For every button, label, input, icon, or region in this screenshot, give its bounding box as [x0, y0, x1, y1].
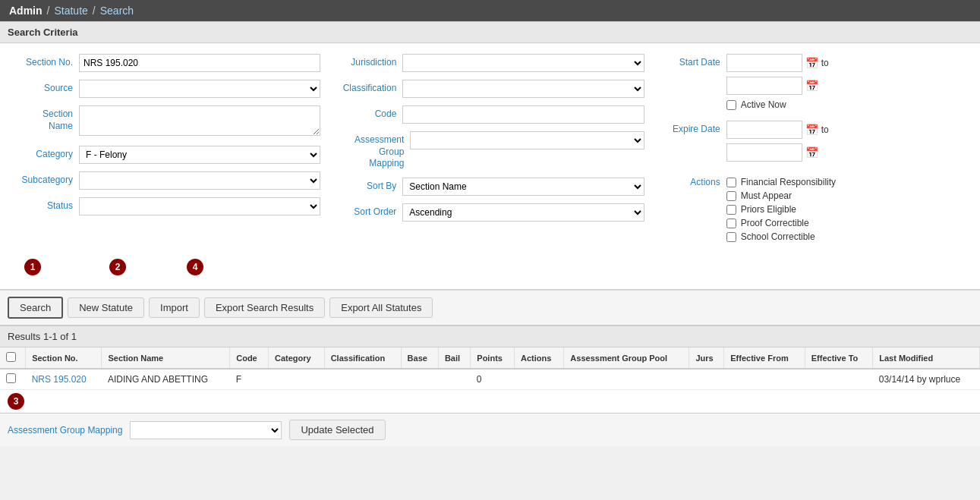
- sort-order-select[interactable]: Ascending Descending: [402, 203, 644, 222]
- sort-by-label: Sort By: [336, 178, 396, 191]
- must-appear-row: Must Appear: [726, 190, 836, 201]
- nav-admin: Admin: [9, 5, 43, 17]
- classification-select[interactable]: [402, 80, 644, 98]
- col-left: Section No. Source SectionName: [12, 54, 320, 253]
- col-header-jurs: Jurs: [689, 347, 724, 369]
- col-header-bail: Bail: [438, 347, 470, 369]
- nav-statute[interactable]: Statute: [54, 5, 87, 17]
- row-checkbox-cell: [0, 369, 26, 390]
- nav-search[interactable]: Search: [100, 5, 134, 17]
- start-date-inputs: 📅 to 📅 Active Now: [726, 54, 829, 113]
- school-correctible-checkbox[interactable]: [726, 232, 736, 242]
- section-name-textarea[interactable]: [79, 105, 320, 136]
- start-date-to-label: to: [821, 58, 829, 68]
- status-row: Status: [12, 197, 320, 215]
- import-button[interactable]: Import: [149, 297, 200, 318]
- financial-responsibility-checkbox[interactable]: [726, 178, 736, 187]
- actions-checkboxes: Financial Responsibility Must Appear Pri…: [726, 177, 836, 245]
- category-label: Category: [12, 146, 73, 159]
- table-header-row: Section No. Section Name Code Category C…: [0, 347, 980, 369]
- jurisdiction-row: Jurisdiction: [336, 54, 644, 72]
- sort-by-select[interactable]: Section Name Section No. Code Category: [402, 178, 644, 196]
- proof-correctible-row: Proof Correctible: [726, 218, 836, 228]
- toolbar: Search New Statute Import Export Search …: [0, 290, 980, 325]
- row-section-name: AIDING AND ABETTING: [102, 369, 230, 390]
- subcategory-select[interactable]: [79, 171, 320, 190]
- actions-row: Actions Financial Responsibility Must Ap…: [660, 174, 968, 245]
- source-select[interactable]: [79, 80, 320, 98]
- col-mid: Jurisdiction Classification Code: [336, 54, 644, 253]
- row-effective-to: [805, 369, 873, 390]
- new-statute-button[interactable]: New Statute: [68, 297, 144, 318]
- code-label: Code: [336, 105, 396, 119]
- row-classification: [324, 369, 401, 390]
- row-points: 0: [471, 369, 515, 390]
- expire-date-from-calendar-icon[interactable]: 📅: [805, 124, 818, 136]
- jurisdiction-select[interactable]: [402, 54, 644, 72]
- active-now-checkbox[interactable]: [726, 100, 736, 110]
- start-date-label: Start Date: [660, 54, 720, 68]
- start-date-to-input[interactable]: [726, 77, 802, 95]
- financial-responsibility-row: Financial Responsibility: [726, 177, 836, 187]
- expire-date-from-input[interactable]: [726, 121, 802, 139]
- col-header-section-name: Section Name: [102, 347, 230, 369]
- results-header: Results 1-1 of 1: [0, 325, 980, 347]
- badges-row: 1 2 4: [12, 253, 968, 278]
- subcategory-row: Subcategory: [12, 171, 320, 190]
- sort-order-row: Sort Order Ascending Descending: [336, 203, 644, 222]
- agm-select[interactable]: [410, 131, 644, 149]
- code-input-wrapper: [402, 105, 644, 124]
- agm-input-wrapper: [410, 131, 644, 149]
- col-header-base: Base: [401, 347, 438, 369]
- badge-1: 1: [24, 259, 41, 275]
- code-input[interactable]: [402, 105, 644, 124]
- must-appear-label: Must Appear: [741, 190, 792, 201]
- section-no-input-wrapper: [79, 54, 320, 72]
- export-all-button[interactable]: Export All Statutes: [329, 297, 433, 318]
- row-base: [401, 369, 438, 390]
- code-row: Code: [336, 105, 644, 124]
- row-effective-from: [724, 369, 805, 390]
- expire-date-label: Expire Date: [660, 121, 720, 134]
- export-search-button[interactable]: Export Search Results: [204, 297, 325, 318]
- row-section-no[interactable]: NRS 195.020: [26, 369, 102, 390]
- select-all-checkbox[interactable]: [6, 352, 16, 362]
- results-table: Section No. Section Name Code Category C…: [0, 347, 980, 390]
- col-header-effective-to: Effective To: [805, 347, 873, 369]
- proof-correctible-checkbox[interactable]: [726, 219, 736, 228]
- school-correctible-label: School Correctible: [741, 231, 815, 242]
- expire-date-to-calendar-icon[interactable]: 📅: [805, 146, 818, 159]
- badge-4: 4: [187, 259, 203, 275]
- row-checkbox[interactable]: [6, 373, 16, 383]
- col-header-actions: Actions: [515, 347, 564, 369]
- start-date-from-input[interactable]: [726, 54, 802, 72]
- footer-agm-label: Assessment Group Mapping: [8, 425, 122, 436]
- classification-row: Classification: [336, 80, 644, 98]
- expire-date-to-input[interactable]: [726, 143, 802, 162]
- source-label: Source: [12, 80, 73, 93]
- subcategory-label: Subcategory: [12, 171, 73, 185]
- badge-3-container: 3: [0, 390, 980, 413]
- section-no-input[interactable]: [79, 54, 320, 72]
- sort-order-label: Sort Order: [336, 203, 396, 217]
- school-correctible-row: School Correctible: [726, 231, 836, 242]
- start-date-to-calendar-icon[interactable]: 📅: [805, 80, 818, 92]
- update-selected-button[interactable]: Update Selected: [289, 420, 385, 440]
- must-appear-checkbox[interactable]: [726, 191, 736, 201]
- row-agp: [564, 369, 689, 390]
- status-select[interactable]: [79, 197, 320, 215]
- search-button[interactable]: Search: [8, 297, 63, 319]
- col-header-agp: Assessment Group Pool: [564, 347, 689, 369]
- start-date-from-calendar-icon[interactable]: 📅: [805, 57, 818, 69]
- subcategory-input-wrapper: [79, 171, 320, 190]
- search-criteria-panel: Section No. Source SectionName: [0, 43, 980, 290]
- sort-by-input-wrapper: Section Name Section No. Code Category: [402, 178, 644, 196]
- sort-by-row: Sort By Section Name Section No. Code Ca…: [336, 178, 644, 196]
- proof-correctible-label: Proof Correctible: [741, 218, 809, 228]
- sort-order-input-wrapper: Ascending Descending: [402, 203, 644, 222]
- footer-agm-select[interactable]: [130, 421, 282, 439]
- source-input-wrapper: [79, 80, 320, 98]
- category-input-wrapper: F - Felony M - Misdemeanor I - Infractio…: [79, 146, 320, 164]
- priors-eligible-checkbox[interactable]: [726, 205, 736, 215]
- category-select[interactable]: F - Felony M - Misdemeanor I - Infractio…: [79, 146, 320, 164]
